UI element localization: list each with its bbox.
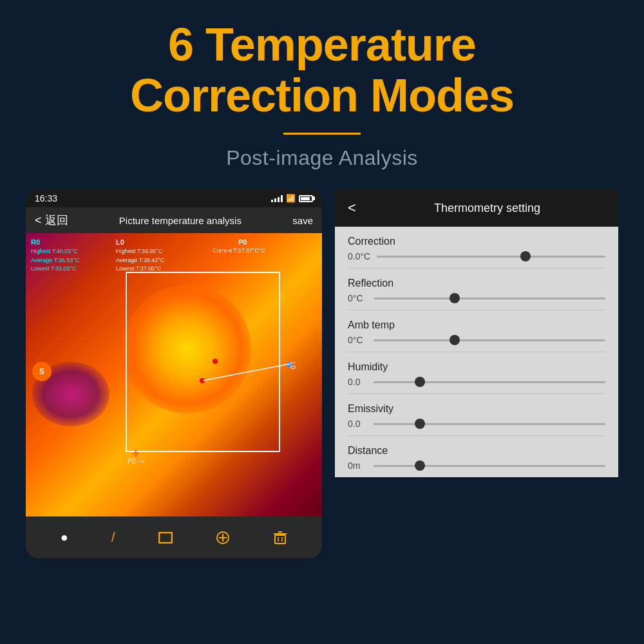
reflection-slider[interactable] (374, 298, 605, 299)
l0-side-label: L0 (289, 362, 296, 369)
amb-temp-thumb[interactable] (450, 335, 460, 345)
svg-line-0 (203, 364, 290, 381)
reflection-setting: Reflection 0°C (348, 269, 605, 310)
main-title: 6 Temperature Correction Modes (130, 19, 514, 121)
page-container: 6 Temperature Correction Modes Post-imag… (0, 0, 644, 644)
correction-label: Correction (348, 236, 605, 247)
correction-thumb[interactable] (520, 251, 531, 261)
reflection-value: 0°C (348, 293, 367, 303)
dot-tool-icon[interactable]: ● (61, 530, 68, 545)
status-bar: 16:33 📶 (26, 189, 322, 207)
crosshair-marker: ✛ (132, 448, 140, 459)
distance-thumb[interactable] (415, 460, 425, 471)
rect-tool-icon[interactable] (158, 532, 173, 544)
reflection-thumb[interactable] (450, 293, 460, 303)
distance-slider-row: 0m (348, 460, 605, 471)
correction-value: 0.0°C (348, 251, 370, 261)
phone-bottom-bar: ● / (26, 516, 322, 558)
emissivity-slider-row: 0.0 (348, 419, 605, 429)
emissivity-thumb[interactable] (415, 419, 425, 429)
correction-slider[interactable] (377, 256, 605, 258)
p0-corner-label: P0 ─┤ (128, 458, 146, 465)
emissivity-value: 0.0 (348, 419, 367, 429)
subtitle: Post-image Analysis (226, 146, 418, 170)
status-icons: 📶 (271, 194, 313, 203)
save-button[interactable]: save (292, 215, 313, 226)
distance-slider[interactable] (374, 465, 605, 467)
humidity-slider[interactable] (374, 381, 605, 383)
divider (283, 133, 361, 135)
settings-panel: < Thermometry setting Correction 0.0°C (335, 189, 618, 477)
humidity-value: 0.0 (348, 377, 367, 387)
settings-header: < Thermometry setting (335, 189, 618, 227)
humidity-setting: Humidity 0.0 (348, 352, 605, 394)
add-tool-icon[interactable] (216, 531, 230, 545)
settings-title: Thermometry setting (369, 202, 605, 215)
amb-temp-setting: Amb temp 0°C (348, 310, 605, 352)
correction-slider-row: 0.0°C (348, 251, 605, 261)
settings-back-button[interactable]: < (348, 200, 356, 216)
svg-rect-1 (159, 533, 172, 543)
amb-temp-slider-row: 0°C (348, 335, 605, 345)
svg-rect-5 (275, 535, 285, 544)
time-display: 16:33 (35, 193, 57, 204)
amb-temp-slider[interactable] (374, 339, 605, 341)
nav-bar: < 返回 Picture temperature analysis save (26, 207, 322, 233)
title-line2: Correction Modes (130, 70, 514, 121)
battery-icon (299, 195, 313, 202)
line-tool-icon[interactable]: / (111, 530, 115, 545)
emissivity-slider[interactable] (374, 423, 605, 425)
measurement-line (26, 233, 322, 516)
humidity-slider-row: 0.0 (348, 377, 605, 387)
humidity-label: Humidity (348, 361, 605, 373)
delete-tool-icon[interactable] (273, 531, 287, 545)
nav-title: Picture temperature analysis (73, 215, 288, 226)
emissivity-label: Emissivity (348, 403, 605, 415)
phone-screen: 16:33 📶 < 返回 Picture tem (26, 189, 322, 558)
wifi-icon: 📶 (286, 194, 296, 203)
signal-icon (271, 194, 283, 202)
humidity-thumb[interactable] (415, 377, 425, 387)
correction-setting: Correction 0.0°C (348, 227, 605, 269)
reflection-slider-row: 0°C (348, 293, 605, 303)
screens-row: 16:33 📶 < 返回 Picture tem (13, 189, 631, 558)
distance-value: 0m (348, 460, 367, 471)
back-button[interactable]: < 返回 (35, 213, 68, 228)
emissivity-setting: Emissivity 0.0 (348, 394, 605, 436)
settings-content: Correction 0.0°C Reflection 0°C (335, 227, 618, 477)
amb-temp-value: 0°C (348, 335, 367, 345)
reflection-label: Reflection (348, 278, 605, 289)
distance-label: Distance (348, 445, 605, 457)
amb-temp-label: Amb temp (348, 319, 605, 331)
distance-setting: Distance 0m (348, 436, 605, 477)
thermal-image: R0 L0 P0 Highest T:40.03°C Average T:36.… (26, 233, 322, 516)
title-line1: 6 Temperature (130, 19, 514, 70)
